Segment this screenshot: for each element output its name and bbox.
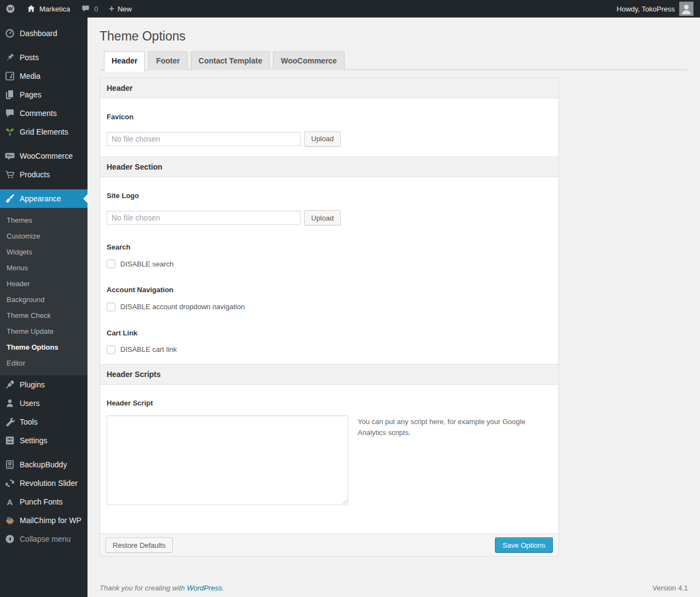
sidebar-item-label: Products [20, 170, 50, 179]
disable-cart-link-checkbox[interactable] [107, 345, 115, 354]
submenu-item-menus[interactable]: Menus [0, 260, 88, 276]
site-name-link[interactable]: Marketica [21, 0, 75, 18]
section-header-header: Header [100, 78, 558, 98]
page-footer: Thank you for creating with WordPress. V… [100, 584, 688, 592]
submenu-item-editor[interactable]: Editor [0, 355, 88, 371]
section-header-header-section: Header Section [100, 157, 558, 177]
sidebar-item-pages[interactable]: Pages [0, 85, 88, 104]
footer-thanks-period: . [222, 584, 224, 592]
sidebar-item-label: Posts [20, 53, 39, 62]
disable-account-navigation-checkbox[interactable] [107, 303, 115, 311]
new-label: New [118, 5, 132, 13]
svg-text:W: W [8, 6, 13, 11]
sidebar-item-label: Dashboard [20, 29, 57, 38]
header-script-row: You can put any script here, for example… [107, 415, 552, 505]
new-content-button[interactable]: + New [104, 0, 137, 18]
sidebar-item-media[interactable]: Media [0, 67, 88, 85]
sidebar-item-mailchimp[interactable]: MailChimp for WP [0, 511, 88, 530]
header-script-description: You can put any script here, for example… [358, 415, 528, 438]
footer-thanks-text: Thank you for creating with [100, 584, 185, 592]
header-script-textarea[interactable] [107, 415, 348, 505]
wp-logo-button[interactable]: W [0, 0, 21, 18]
sidebar-item-settings[interactable]: Settings [0, 431, 88, 450]
disable-search-checkbox[interactable] [107, 259, 115, 268]
footer-version: Version 4.1 [652, 584, 688, 592]
panel-footer: Restore Defaults Save Options [100, 534, 558, 556]
home-icon [26, 4, 36, 14]
sidebar-item-label: BackupBuddy [20, 460, 67, 469]
sidebar-item-label: Comments [20, 109, 57, 118]
sidebar-item-comments[interactable]: Comments [0, 104, 88, 123]
restore-defaults-button[interactable]: Restore Defaults [106, 537, 173, 553]
sidebar-item-posts[interactable]: Posts [0, 48, 88, 67]
site-name-label: Marketica [39, 5, 70, 13]
site-logo-upload-button[interactable]: Upload [304, 210, 341, 225]
mailchimp-monkey-icon [0, 515, 20, 526]
tab-bar: Header Footer Contact Template WooCommer… [100, 51, 688, 70]
settings-sliders-icon [0, 435, 20, 446]
tab-footer[interactable]: Footer [148, 51, 188, 70]
sidebar-item-dashboard[interactable]: Dashboard [0, 24, 88, 43]
howdy-label: Howdy, TokoPress [617, 5, 675, 13]
sidebar-item-plugins[interactable]: Plugins [0, 375, 88, 394]
tab-contact-template[interactable]: Contact Template [191, 51, 270, 70]
sidebar-item-label: Punch Fonts [20, 497, 63, 506]
theme-options-panel: Header Favicon Upload Header Section Sit… [100, 78, 559, 557]
sidebar-item-label: Tools [20, 418, 38, 426]
favicon-label: Favicon [107, 98, 552, 121]
site-logo-file-input[interactable] [107, 211, 301, 225]
admin-bar: W Marketica 0 + New Howdy, TokoPress [0, 0, 700, 18]
page-title: Theme Options [100, 28, 688, 45]
sidebar-item-label: WooCommerce [20, 152, 73, 160]
tab-header[interactable]: Header [104, 51, 145, 72]
collapse-menu-button[interactable]: Collapse menu [0, 530, 88, 548]
letter-a-icon: A [0, 498, 20, 506]
wordpress-link[interactable]: WordPress [187, 584, 222, 592]
section-header-header-scripts: Header Scripts [100, 364, 558, 385]
sidebar-item-label: Media [20, 72, 40, 80]
favicon-upload-button[interactable]: Upload [304, 131, 341, 147]
wordpress-logo-icon: W [5, 4, 15, 14]
submenu-item-customize[interactable]: Customize [0, 228, 88, 244]
admin-bar-comments-link[interactable]: 0 [75, 0, 103, 18]
submenu-item-themes[interactable]: Themes [0, 212, 88, 228]
disable-search-option[interactable]: DISABLE search [107, 259, 552, 268]
sidebar-item-label: Settings [20, 436, 48, 445]
sidebar-item-products[interactable]: Products [0, 165, 88, 184]
cart-link-label: Cart Link [107, 311, 552, 338]
submenu-item-background[interactable]: Background [0, 292, 88, 308]
sidebar-item-appearance[interactable]: Appearance [0, 189, 88, 208]
sidebar-item-woocommerce[interactable]: Woo WooCommerce [0, 147, 88, 165]
sidebar-item-users[interactable]: Users [0, 394, 88, 413]
howdy-account-link[interactable]: Howdy, TokoPress [615, 2, 696, 16]
sidebar-item-revolution-slider[interactable]: Revolution Slider [0, 474, 88, 492]
submenu-item-header[interactable]: Header [0, 276, 88, 292]
submenu-item-theme-check[interactable]: Theme Check [0, 308, 88, 323]
submenu-item-theme-update[interactable]: Theme Update [0, 323, 88, 339]
tab-woocommerce[interactable]: WooCommerce [273, 51, 344, 70]
submenu-item-widgets[interactable]: Widgets [0, 244, 88, 260]
disable-account-navigation-option[interactable]: DISABLE account dropdown navigation [107, 303, 552, 311]
sidebar-item-label: Revolution Slider [20, 479, 78, 488]
section-body-header-section: Site Logo Upload Search DISABLE search A… [100, 177, 558, 364]
cart-icon [0, 169, 20, 180]
user-icon [0, 398, 20, 409]
paintbrush-icon [0, 193, 20, 204]
save-options-button[interactable]: Save Options [495, 537, 553, 553]
submenu-item-theme-options[interactable]: Theme Options [0, 339, 88, 355]
favicon-file-input[interactable] [107, 132, 301, 146]
sidebar-item-grid-elements[interactable]: Grid Elements [0, 123, 88, 141]
comment-count: 0 [94, 5, 98, 13]
collapse-arrow-icon [0, 534, 20, 544]
disable-cart-link-option[interactable]: DISABLE cart link [107, 345, 552, 354]
appearance-submenu: Themes Customize Widgets Menus Header Ba… [0, 208, 88, 375]
sidebar-item-punch-fonts[interactable]: A Punch Fonts [0, 492, 88, 511]
sidebar-item-tools[interactable]: Tools [0, 413, 88, 431]
favicon-upload-row: Upload [107, 131, 552, 147]
disable-account-navigation-label: DISABLE account dropdown navigation [120, 303, 245, 311]
pushpin-icon [0, 52, 20, 63]
sidebar-item-backupbuddy[interactable]: BackupBuddy [0, 455, 88, 474]
section-body-header-scripts: Header Script You can put any script her… [100, 385, 558, 534]
collapse-menu-label: Collapse menu [20, 535, 71, 543]
comment-bubble-icon [0, 108, 20, 119]
